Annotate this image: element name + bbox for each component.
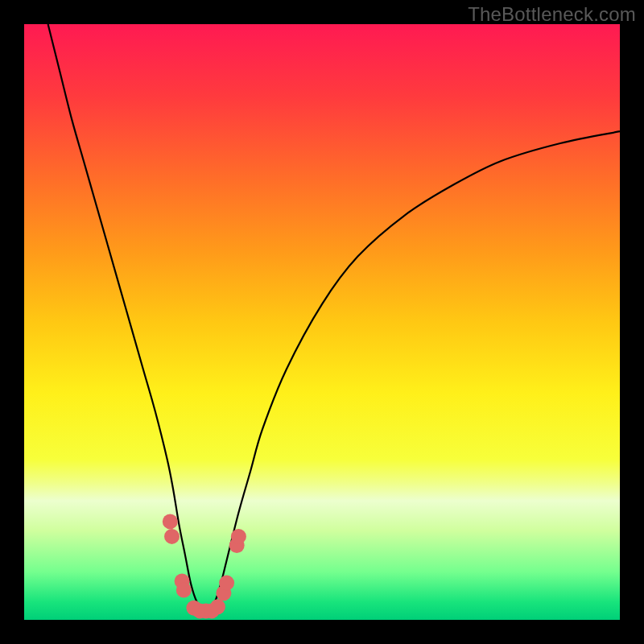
chart-plot-area [24,24,620,620]
bottleneck-curve [48,24,620,609]
data-marker [219,576,234,591]
chart-svg [24,24,620,620]
data-marker [164,529,180,544]
data-marker [176,583,192,598]
data-marker [231,529,246,544]
data-marker [210,599,225,614]
chart-frame: TheBottleneck.com [0,0,644,644]
data-marker [163,514,178,529]
watermark-text: TheBottleneck.com [468,3,636,26]
